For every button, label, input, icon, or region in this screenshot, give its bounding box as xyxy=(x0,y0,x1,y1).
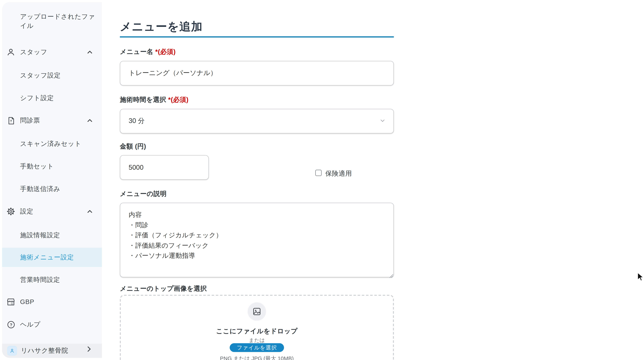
svg-text:?: ? xyxy=(10,119,12,123)
select-file-button[interactable]: ファイルを選択 xyxy=(230,343,284,352)
sidebar-group-label: 設定 xyxy=(20,207,33,216)
required-mark: *(必須) xyxy=(168,96,188,103)
sidebar-group-label: スタッフ xyxy=(20,48,48,56)
app-window: アップロードされたファイル スタッフ スタッフ設定 シフト設定 ? xyxy=(0,0,644,360)
sidebar-item-scanned-set[interactable]: スキャン済みセット xyxy=(2,139,102,149)
sidebar-item-gbp[interactable]: G GBP xyxy=(2,297,102,307)
chevron-right-icon xyxy=(85,345,94,355)
person-icon xyxy=(6,47,16,57)
required-mark: *(必須) xyxy=(155,48,176,55)
chevron-up-icon xyxy=(85,116,94,125)
chevron-up-icon xyxy=(85,48,94,57)
sidebar-group-settings[interactable]: 設定 xyxy=(2,206,102,216)
dropzone-text: ここにファイルをドロップ xyxy=(121,327,393,336)
sidebar-item-label: 営業時間設定 xyxy=(20,275,60,284)
duration-select[interactable]: 30 分 xyxy=(120,109,394,133)
price-label: 金額 (円) xyxy=(120,142,146,151)
menu-name-label: メニュー名 *(必須) xyxy=(120,48,176,56)
duration-selected-value: 30 分 xyxy=(129,117,145,125)
questionnaire-icon: ? xyxy=(6,116,16,126)
sidebar: アップロードされたファイル スタッフ スタッフ設定 シフト設定 ? xyxy=(2,2,102,358)
dropzone-or-text: または xyxy=(121,337,393,344)
sidebar-item-business-hours-settings[interactable]: 営業時間設定 xyxy=(2,275,102,285)
sidebar-item-label: シフト設定 xyxy=(20,94,54,102)
duration-label: 施術時間を選択 *(必須) xyxy=(120,96,188,104)
gear-icon xyxy=(6,206,16,216)
svg-text:G: G xyxy=(11,302,13,305)
main-content: メニューを追加 メニュー名 *(必須) 施術時間を選択 *(必須) 30 分 金… xyxy=(102,0,644,360)
sidebar-group-label: 問診票 xyxy=(20,116,40,125)
sidebar-group-questionnaire[interactable]: ? 問診票 xyxy=(2,116,102,126)
page-title: メニューを追加 xyxy=(120,19,203,34)
price-input[interactable] xyxy=(120,155,209,180)
sidebar-item-treatment-menu-settings[interactable]: 施術メニュー設定 xyxy=(2,248,102,267)
top-image-label: メニューのトップ画像を選択 xyxy=(120,284,207,293)
image-icon xyxy=(252,307,262,316)
sidebar-item-facility-info-settings[interactable]: 施設情報設定 xyxy=(2,230,102,240)
sidebar-item-label: スタッフ設定 xyxy=(20,71,61,80)
chevron-down-icon xyxy=(379,117,386,125)
clinic-name: リハサク整骨院 xyxy=(21,347,68,355)
chevron-up-icon xyxy=(85,207,94,216)
insurance-checkbox[interactable] xyxy=(315,170,322,176)
description-label: メニューの説明 xyxy=(120,190,166,198)
description-textarea[interactable]: 内容 ・問診 ・評価（フィジカルチェック） ・評価結果のフィーバック ・パーソナ… xyxy=(120,203,394,277)
mouse-cursor xyxy=(637,272,644,282)
svg-text:?: ? xyxy=(10,322,12,327)
sidebar-item-label: 手動セット xyxy=(20,162,54,171)
image-placeholder-circle xyxy=(248,302,266,321)
dropzone-hint: PNG または JPG (最大 10MB) xyxy=(121,355,393,360)
help-icon: ? xyxy=(6,319,16,330)
sidebar-item-label: GBP xyxy=(20,298,34,306)
title-divider xyxy=(120,36,394,37)
storefront-icon: G xyxy=(6,297,16,307)
sidebar-item-label: 施術メニュー設定 xyxy=(20,253,74,262)
sidebar-item-uploaded-files[interactable]: アップロードされたファイル xyxy=(20,12,96,30)
menu-name-input[interactable] xyxy=(120,61,394,85)
clinic-switcher[interactable]: リハサク整骨院 xyxy=(2,344,102,358)
insurance-checkbox-label: 保険適用 xyxy=(325,170,352,178)
clinic-avatar xyxy=(7,346,17,356)
sidebar-item-manual-set[interactable]: 手動セット xyxy=(2,162,102,172)
sidebar-item-staff-settings[interactable]: スタッフ設定 xyxy=(2,70,102,81)
sidebar-item-help[interactable]: ? ヘルプ xyxy=(2,319,102,330)
image-dropzone[interactable]: ここにファイルをドロップ または ファイルを選択 PNG または JPG (最大… xyxy=(120,295,394,360)
sidebar-item-label: ヘルプ xyxy=(20,320,40,329)
sidebar-item-label: スキャン済みセット xyxy=(20,140,81,148)
sidebar-item-manually-sent[interactable]: 手動送信済み xyxy=(2,184,102,194)
sidebar-item-shift-settings[interactable]: シフト設定 xyxy=(2,93,102,103)
sidebar-item-label: 施設情報設定 xyxy=(20,231,60,240)
sidebar-group-staff[interactable]: スタッフ xyxy=(2,47,102,57)
sidebar-item-label: 手動送信済み xyxy=(20,184,60,193)
